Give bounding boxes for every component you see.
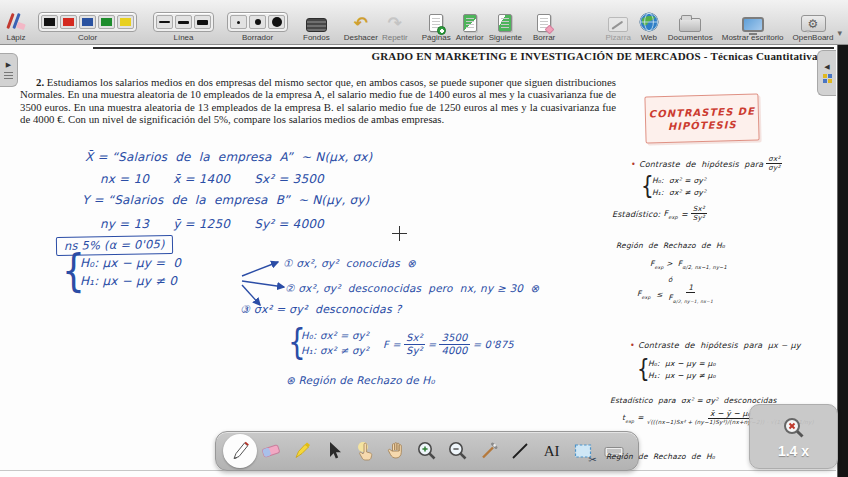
capture-tool-button[interactable]: ✂ (569, 435, 597, 467)
zoom-in-button[interactable] (413, 435, 441, 467)
previous-page-icon (463, 14, 477, 32)
documents-folder-icon (679, 18, 701, 32)
margin-c2-h1: H₁: μx − μy ≠ μ₀ (648, 371, 716, 380)
text-tool-button[interactable]: AI (538, 435, 566, 467)
color-label: Color (78, 33, 97, 42)
web-button[interactable]: Web (639, 2, 659, 42)
margin-c2-h0: H₀: μx − μy = μ₀ (648, 359, 716, 368)
library-tiles-icon (823, 74, 832, 83)
pencil-label: Lápiz (6, 33, 25, 42)
zoom-out-button[interactable] (444, 435, 472, 467)
right-drawer-tab[interactable]: ◀ (817, 50, 836, 96)
selector-tool-button[interactable] (319, 435, 347, 467)
bullet-icon: • (631, 160, 636, 169)
laser-pointer-button[interactable] (475, 435, 503, 467)
pen-icon (228, 439, 252, 463)
chevron-down-icon[interactable]: ▾ (837, 28, 842, 38)
note-f-calculation: F = Sx²Sy² = 35004000 = 0'875 (383, 333, 514, 356)
gear-icon: ⚙ (808, 18, 819, 30)
documents-button[interactable]: Documentos (668, 2, 713, 42)
line-width-group: Línea (153, 2, 214, 42)
page-top-rule (93, 47, 834, 49)
note-f-h1: H₁: σx² ≠ σy² (301, 345, 369, 356)
note-rejection-region: ⊛ Región de Rechazo de H₀ (286, 374, 435, 386)
backgrounds-icon (306, 18, 327, 32)
backgrounds-button[interactable]: Fondos (303, 2, 330, 42)
left-drawer-tab[interactable]: ▶ (0, 53, 18, 87)
problem-number: 2. (36, 76, 44, 88)
note-h1: H₁: μx − μy ≠ 0 (80, 274, 177, 288)
board-mode-button[interactable]: Pizarra (605, 2, 630, 42)
note-y-definition: Y = “Salarios de la empresa B” ~ N(μy, σ… (82, 193, 369, 207)
previous-page-button[interactable]: Anterior (456, 2, 484, 42)
note-y-stats: ny = 13 ȳ = 1250 Sy² = 4000 (100, 217, 324, 231)
hypothesis-brace: { (62, 245, 85, 296)
color-swatch-blue[interactable] (79, 15, 96, 29)
f-hypothesis-brace: { (288, 322, 306, 363)
note-case2: ② σx², σy² desconocidas pero nx, ny ≥ 30… (285, 282, 539, 294)
note-case1: ① σx², σy² conocidas ⊗ (283, 257, 416, 269)
line-label: Línea (173, 33, 193, 42)
palm-hand-icon (384, 439, 408, 463)
eraser-tool-button[interactable] (257, 435, 285, 467)
openboard-gear-bubble-icon: ⚙ (801, 15, 826, 32)
magnifier-reset-icon (781, 415, 807, 441)
eraser-small-button[interactable] (230, 15, 247, 29)
margin-reject2-title: Región de Rechazo de H₀ (606, 452, 715, 461)
note-h0: H₀: μx − μy = 0 (80, 256, 181, 270)
eraser-label: Borrador (242, 33, 273, 42)
color-group: Color (38, 2, 137, 42)
web-globe-icon (639, 12, 659, 32)
note-f-h0: H₀: σx² = σy² (301, 330, 369, 341)
redo-button[interactable]: ↷ Repetir (382, 2, 408, 42)
expand-right-icon: ▶ (6, 61, 11, 69)
pages-icon (429, 14, 443, 32)
highlighter-tool-button[interactable] (288, 435, 316, 467)
line-tool-button[interactable] (506, 435, 534, 467)
zoom-level-value: 1.4 x (778, 443, 809, 459)
topic-box: CONTRASTES DE HIPÓTESIS (644, 94, 759, 144)
next-page-button[interactable]: Siguiente (489, 2, 522, 42)
arrow-cursor-icon (321, 439, 345, 463)
whiteboard-canvas[interactable]: GRADO EN MARKETING E INVESTIGACIÓN DE ME… (0, 45, 848, 477)
pan-tool-button[interactable] (382, 435, 410, 467)
color-swatch-green[interactable] (98, 15, 115, 29)
margin-statistic2-label: Estadístico para σx² = σy² desconocidas (610, 396, 777, 405)
show-desktop-button[interactable]: Mostrar escritorio (722, 2, 784, 42)
margin-rule2: Fexp ≤ 1Fα/2, ny−1, nx−1 (637, 284, 713, 304)
laser-pointer-icon (477, 439, 501, 463)
undo-button[interactable]: ↶ Deshacer (344, 2, 378, 42)
pencil-tool[interactable]: Lápiz (4, 2, 28, 42)
desktop-monitor-icon (742, 17, 764, 32)
eraser-icon (259, 439, 283, 463)
board-icon (608, 17, 628, 32)
line-thin-button[interactable] (156, 15, 173, 29)
eraser-large-button[interactable] (268, 15, 285, 29)
pointing-hand-icon (353, 439, 377, 463)
margin-or: ó (668, 276, 672, 284)
undo-icon: ↶ (354, 14, 368, 32)
color-swatch-red[interactable] (60, 15, 77, 29)
pen-tool-button[interactable] (226, 435, 254, 467)
openboard-menu-button[interactable]: ⚙ OpenBoard (793, 2, 834, 42)
clear-page-button[interactable]: Borrar (533, 2, 555, 42)
zoom-indicator-widget[interactable]: 1.4 x (749, 404, 838, 469)
line-thick-button[interactable] (194, 15, 211, 29)
pages-button[interactable]: Páginas (422, 2, 451, 42)
scissors-icon: ✂ (588, 454, 596, 465)
redo-icon: ↷ (388, 14, 402, 32)
stylus-palette: AI ✂ (215, 431, 639, 471)
color-swatch-yellow[interactable] (117, 15, 134, 29)
eraser-medium-button[interactable] (249, 15, 266, 29)
line-medium-button[interactable] (175, 15, 192, 29)
crosshair-cursor (392, 226, 407, 241)
clear-page-icon (537, 14, 551, 32)
zoom-in-icon (415, 439, 439, 463)
margin-c1-h1: H₁: σx² ≠ σy² (652, 188, 706, 197)
openboard-window: Lápiz Color Línea (0, 0, 848, 477)
virtual-keyboard-button[interactable] (600, 435, 628, 467)
line-icon (508, 439, 532, 463)
interact-tool-button[interactable] (351, 435, 379, 467)
color-swatch-black[interactable] (41, 15, 58, 29)
page-list-icon (4, 72, 13, 79)
